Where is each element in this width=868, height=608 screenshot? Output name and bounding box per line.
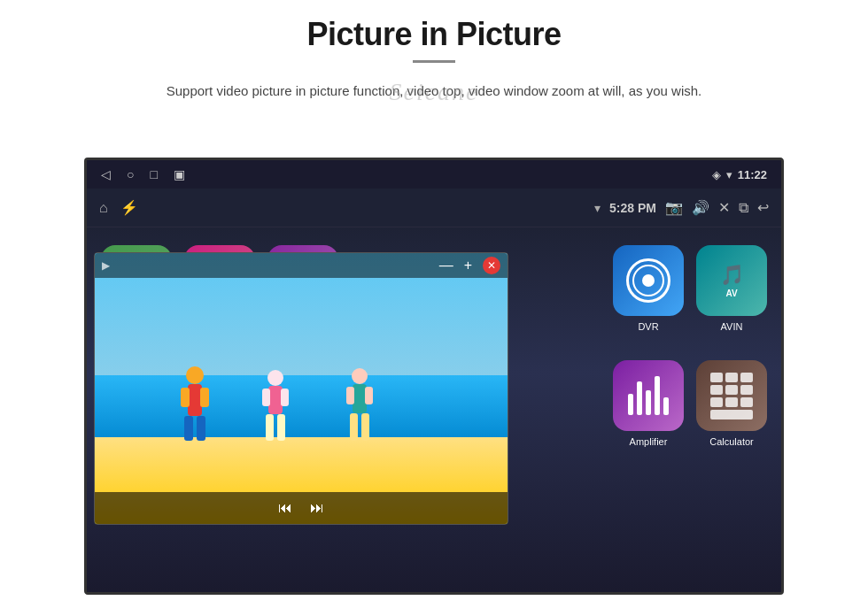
person-2 xyxy=(260,369,291,448)
avin-icon-box: 🎵 AV xyxy=(696,245,767,316)
wifi-icon: ▾ xyxy=(726,168,732,181)
action-bar: ⌂ ⚡ ▾ 5:28 PM 📷 🔊 ✕ ⧉ ↩ xyxy=(87,189,781,227)
svg-rect-3 xyxy=(197,416,205,441)
svg-rect-10 xyxy=(262,389,270,406)
svg-rect-16 xyxy=(346,387,354,404)
action-bar-right: ▾ 5:28 PM 📷 🔊 ✕ ⧉ ↩ xyxy=(594,199,769,216)
svg-rect-15 xyxy=(361,413,369,441)
action-bar-left: ⌂ ⚡ xyxy=(99,199,138,216)
app-calculator[interactable]: Calculator xyxy=(696,360,767,447)
svg-rect-14 xyxy=(350,413,358,441)
app-avin[interactable]: 🎵 AV AVIN xyxy=(696,245,767,332)
pip-top-bar: ▶ — + ✕ xyxy=(95,253,508,278)
svg-point-0 xyxy=(186,366,204,384)
apps-area: N Netflix ♫ SiriusXM ✦ Wheelkey Study xyxy=(87,227,781,592)
avin-icon: 🎵 AV xyxy=(720,264,744,298)
svg-rect-7 xyxy=(268,386,283,414)
svg-rect-9 xyxy=(277,414,285,441)
pip-prev-btn[interactable]: ⏮ xyxy=(278,500,292,516)
device-frame: ◁ ○ □ ▣ ◈ ▾ 11:22 ⌂ ⚡ ▾ 5:28 PM 📷 🔊 ✕ ⧉ … xyxy=(84,158,784,595)
page-header: Picture in Picture xyxy=(0,0,868,77)
amplifier-label: Amplifier xyxy=(630,436,668,447)
svg-rect-4 xyxy=(181,388,190,407)
pip-maximize-btn[interactable]: + xyxy=(464,258,472,273)
home-icon[interactable]: ○ xyxy=(127,167,134,181)
beach-water xyxy=(95,375,508,443)
amplifier-icon-box xyxy=(613,360,684,431)
pip-next-btn[interactable]: ⏭ xyxy=(310,500,324,516)
calculator-label: Calculator xyxy=(709,436,754,447)
usb-icon: ⚡ xyxy=(120,199,138,216)
divider xyxy=(413,60,455,63)
svg-point-12 xyxy=(352,368,368,384)
recents-icon[interactable]: □ xyxy=(150,167,157,181)
calculator-icon-box xyxy=(696,360,767,431)
status-time: 11:22 xyxy=(738,168,767,181)
pip-controls-right: — + ✕ xyxy=(439,257,500,274)
dvr-label: DVR xyxy=(638,321,658,332)
action-bar-time: 5:28 PM xyxy=(609,201,656,215)
home-button[interactable]: ⌂ xyxy=(99,200,108,216)
back-button[interactable]: ↩ xyxy=(757,199,769,216)
dvr-ring xyxy=(632,265,664,296)
app-row-bottom: Amplifier xyxy=(613,360,767,447)
person-3 xyxy=(343,366,376,448)
pip-minimize-btn[interactable]: — xyxy=(439,258,453,273)
status-right: ◈ ▾ 11:22 xyxy=(712,168,767,181)
app-row-mid: DVR 🎵 AV AVIN xyxy=(613,245,767,332)
dvr-inner-icon xyxy=(626,258,670,303)
page-subtitle: Support video picture in picture functio… xyxy=(0,81,868,102)
status-bar-top: ◁ ○ □ ▣ ◈ ▾ 11:22 xyxy=(87,160,781,189)
svg-rect-2 xyxy=(184,416,193,441)
svg-rect-5 xyxy=(200,388,209,407)
nav-icons: ◁ ○ □ ▣ xyxy=(101,167,185,181)
svg-rect-1 xyxy=(188,384,202,416)
svg-point-6 xyxy=(267,370,283,386)
dvr-icon-box xyxy=(613,245,684,316)
pip-close-btn[interactable]: ✕ xyxy=(483,257,500,274)
app-amplifier[interactable]: Amplifier xyxy=(613,360,684,447)
app-dvr[interactable]: DVR xyxy=(613,245,684,332)
person-1 xyxy=(177,365,213,448)
pip-play-icon: ▶ xyxy=(102,259,110,272)
calculator-icon xyxy=(707,369,756,423)
avin-label: AVIN xyxy=(721,321,743,332)
gps-icon: ◈ xyxy=(712,168,721,181)
pip-video-content xyxy=(95,253,508,524)
pip-bottom-bar: ⏮ ⏭ xyxy=(95,492,508,524)
wifi-status-icon: ▾ xyxy=(594,201,601,215)
svg-rect-8 xyxy=(266,414,274,441)
svg-rect-17 xyxy=(365,387,373,404)
svg-rect-13 xyxy=(353,384,367,413)
main-content: N Netflix ♫ SiriusXM ✦ Wheelkey Study xyxy=(87,227,781,592)
back-icon[interactable]: ◁ xyxy=(101,167,111,181)
apps-right-column: DVR 🎵 AV AVIN xyxy=(613,245,767,461)
close-icon[interactable]: ✕ xyxy=(718,199,730,216)
camera-icon[interactable]: 📷 xyxy=(665,199,683,216)
pip-icon[interactable]: ⧉ xyxy=(739,200,748,216)
amplifier-icon xyxy=(628,376,669,415)
pip-window[interactable]: ▶ — + ✕ ⏮ ⏭ xyxy=(94,252,508,525)
page-title: Picture in Picture xyxy=(0,16,868,53)
volume-icon[interactable]: 🔊 xyxy=(692,199,709,216)
screenshot-icon[interactable]: ▣ xyxy=(174,167,185,181)
svg-rect-11 xyxy=(281,389,289,406)
